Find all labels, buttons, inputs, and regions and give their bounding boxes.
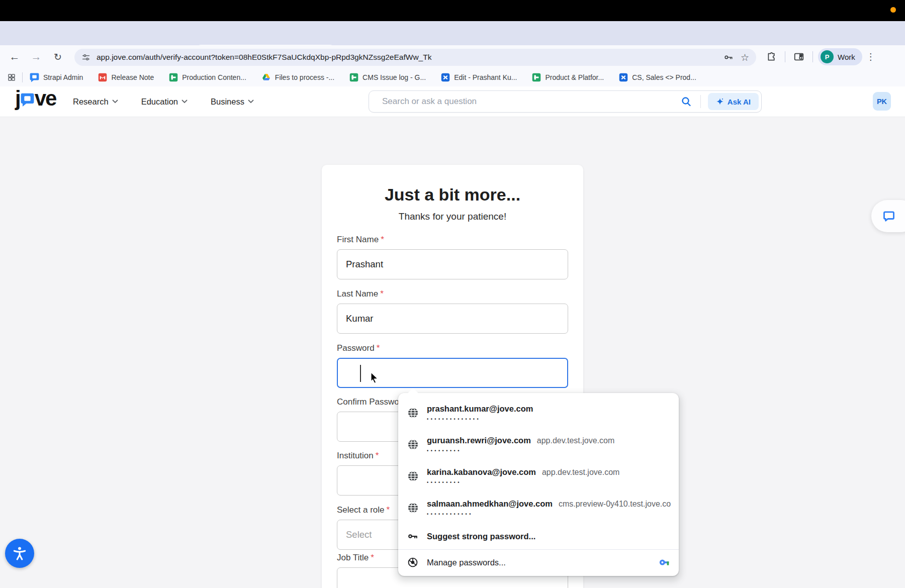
bookmark-label: Strapi Admin [43,73,83,81]
bookmark-label: Edit - Prashant Ku... [454,73,517,81]
autofill-email: guruansh.rewri@jove.com [427,436,531,445]
url-text: app.jove.com/auth/verify-account?token=0… [97,53,718,62]
bookmark-item[interactable]: Files to process -... [261,73,334,82]
side-panel-icon[interactable] [790,51,807,62]
chat-widget-button[interactable] [871,200,905,232]
card-subtitle: Thanks for your patience! [322,211,583,222]
autofill-email: prashant.kumar@jove.com [427,404,533,414]
password-input[interactable] [337,358,568,388]
bookmarks-bar: Strapi AdminRelease NoteProduction Conte… [0,68,905,86]
nav-label: Education [141,97,178,107]
input-value: Kumar [346,313,374,324]
bookmark-item[interactable]: CS, Sales <> Prod... [619,73,696,82]
jove-logo[interactable]: j ve [15,90,56,107]
autofill-credential-item[interactable]: guruansh.rewri@jove.comapp.dev.test.jove… [398,429,679,460]
search-input[interactable]: Search or ask a question [369,96,680,107]
last-name-input[interactable]: Kumar [337,304,568,334]
back-button[interactable]: ← [6,45,23,68]
autofill-credential-item[interactable]: prashant.kumar@jove.com•••••••••••••• [398,397,679,429]
bookmark-favicon-sheets-icon [169,73,178,82]
bookmark-item[interactable]: Edit - Prashant Ku... [441,73,517,82]
autofill-domain: app.dev.test.jove.com [542,468,619,477]
reload-button[interactable]: ↻ [49,45,66,68]
bookmark-item[interactable]: Production Conten... [169,73,246,82]
required-marker: * [380,289,384,299]
required-marker: * [387,505,390,515]
bookmark-label: Production Conten... [182,73,246,81]
bookmark-star-icon[interactable]: ☆ [741,52,749,63]
forward-button[interactable]: → [28,45,45,68]
profile-label: Work [838,53,855,61]
bookmark-item[interactable]: CMS Issue log - G... [349,73,426,82]
profile-chip[interactable]: P Work [818,48,862,65]
form-field-group: Password* [337,343,568,353]
manage-label: Manage passwords... [427,558,506,567]
chat-bubble-icon [882,210,895,223]
browser-tab-strip: Please Verify Your JoVE Emai×JoVE | Peer… [0,21,905,45]
password-autofill-dropdown: prashant.kumar@jove.com••••••••••••••gur… [398,393,679,576]
chevron-down-icon [182,100,188,104]
autofill-password-dots: ••••••••• [427,480,679,485]
search-icon[interactable] [680,95,692,108]
recording-indicator-dot [890,7,896,13]
mouse-cursor [369,372,380,386]
chrome-menu-icon[interactable]: ⋮ [862,51,879,62]
autofill-email: karina.kabanova@jove.com [427,467,536,477]
bookmark-favicon-drive-icon [261,73,271,82]
manage-passwords-item[interactable]: Manage passwords... [398,550,679,575]
site-settings-icon[interactable] [81,53,90,62]
globe-icon [407,470,419,482]
jove-logo-bubble-icon [21,92,34,107]
autofill-password-dots: ••••••••• [427,448,679,453]
browser-toolbar: ← → ↻ app.jove.com/auth/verify-account?t… [0,45,905,68]
nav-label: Research [73,97,109,107]
autofill-email: salmaan.ahmedkhan@jove.com [427,499,553,509]
bookmark-item[interactable]: Strapi Admin [30,72,83,82]
bookmark-label: CMS Issue log - G... [363,73,426,81]
bookmark-label: Release Note [111,73,154,81]
chevron-down-icon [248,100,254,104]
bookmark-favicon-sheets-icon [532,73,541,82]
autofill-password-dots: •••••••••••• [427,512,679,517]
accessibility-widget-button[interactable] [5,539,34,568]
nav-item-education[interactable]: Education [141,97,188,107]
first-name-input[interactable]: Prashant [337,249,568,279]
bookmark-item[interactable]: Product & Platfor... [532,73,604,82]
suggest-strong-password-item[interactable]: Suggest strong password... [398,524,679,549]
bookmark-favicon-gmailsq-icon [98,73,107,82]
chevron-down-icon [112,100,118,104]
sparkle-icon [716,97,724,106]
bookmark-label: CS, Sales <> Prod... [632,73,696,81]
nav-item-business[interactable]: Business [211,97,254,107]
bookmark-favicon-sheets-icon [349,73,358,82]
bookmark-item[interactable]: Release Note [98,73,154,82]
globe-icon [407,407,419,419]
field-label: First Name* [337,235,568,245]
bookmark-label: Product & Platfor... [545,73,604,81]
input-value: Prashant [346,259,383,270]
ask-ai-label: Ask AI [728,97,751,106]
google-password-manager-icon [659,557,671,570]
required-marker: * [371,553,374,562]
profile-avatar: P [821,50,834,63]
accessibility-person-icon [11,545,28,562]
input-placeholder: Select [346,529,372,540]
autofill-credential-item[interactable]: karina.kabanova@jove.comapp.dev.test.jov… [398,460,679,492]
field-label: Last Name* [337,289,568,299]
autofill-password-dots: •••••••••••••• [427,417,679,422]
autofill-credential-item[interactable]: salmaan.ahmedkhan@jove.comcms.preview-0y… [398,492,679,524]
ask-ai-button[interactable]: Ask AI [708,93,759,110]
globe-icon [407,439,419,450]
user-avatar[interactable]: PK [873,92,891,111]
nav-item-research[interactable]: Research [73,97,118,107]
extensions-icon[interactable] [763,52,780,62]
required-marker: * [376,451,379,460]
bookmark-favicon-bluex-icon [619,73,628,82]
bookmark-label: Files to process -... [275,73,334,81]
omnibox[interactable]: app.jove.com/auth/verify-account?token=0… [74,49,756,66]
apps-grid-icon[interactable] [7,73,16,82]
site-search[interactable]: Search or ask a question Ask AI [369,90,762,113]
password-key-icon[interactable] [723,52,734,62]
bookmark-favicon-bubble-icon [30,72,39,82]
field-label: Password* [337,343,568,353]
